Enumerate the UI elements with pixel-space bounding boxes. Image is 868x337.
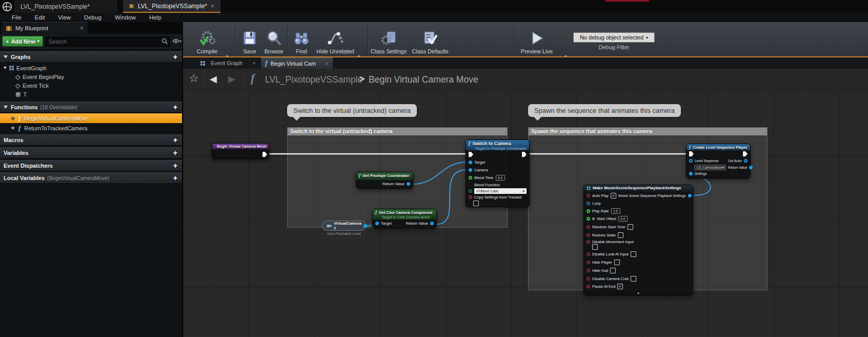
compile-button[interactable]: Compile xyxy=(191,22,223,56)
hide-player-pin[interactable] xyxy=(587,261,590,264)
unreal-logo-icon[interactable] xyxy=(0,0,14,13)
add-new-button[interactable]: + Add New ▾ xyxy=(2,36,43,47)
section-local-variables[interactable]: Local Variables (BeginVirtualCameraMove)… xyxy=(0,172,182,184)
node-make-playback-settings[interactable]: Make MovieSceneSequencePlaybackSettings … xyxy=(583,185,693,295)
visibility-eye-icon[interactable] xyxy=(172,38,179,44)
disable-camera-cuts-pin[interactable] xyxy=(587,277,590,281)
menu-edit[interactable]: Edit xyxy=(28,14,52,21)
my-blueprint-tab[interactable]: My Blueprint × xyxy=(2,22,88,34)
sidebar-item-t[interactable]: ▦ T xyxy=(0,90,182,98)
comment-header[interactable]: Spawn the sequence that animates this ca… xyxy=(529,128,767,135)
settings-pin[interactable] xyxy=(689,172,693,175)
sidebar-item-returntotrackedcamera[interactable]: ★ f ReturnToTrackedCamera xyxy=(0,123,182,133)
start-offset-pin[interactable] xyxy=(587,217,590,221)
random-start-time-checkbox[interactable] xyxy=(628,224,633,230)
breadcrumb-root[interactable]: LVL_PixotopeVSSample xyxy=(265,74,362,85)
add-dispatcher-button[interactable]: + xyxy=(173,163,177,168)
add-macro-button[interactable]: + xyxy=(173,137,177,143)
node-get-cine-camera-component[interactable]: fGet Cine Camera Component Target is Cin… xyxy=(372,209,437,228)
favorite-star-icon[interactable]: ★ xyxy=(10,115,15,122)
close-icon[interactable]: × xyxy=(80,25,84,32)
pause-at-end-pin[interactable] xyxy=(587,285,590,288)
camera-pin[interactable] xyxy=(469,168,472,172)
preview-live-button[interactable]: Preview Live xyxy=(516,22,557,56)
forward-arrow-icon[interactable]: ▶ xyxy=(228,73,235,85)
menu-help[interactable]: Help xyxy=(143,14,168,21)
class-settings-button[interactable]: Class Settings xyxy=(366,22,412,56)
section-event-dispatchers[interactable]: Event Dispatchers + xyxy=(0,160,182,171)
tab-begin-virtual-camera[interactable]: f Begin Virtual Cam × xyxy=(261,57,333,69)
find-button[interactable]: Find xyxy=(289,22,314,56)
random-start-time-pin[interactable] xyxy=(587,225,590,229)
blend-time-pin[interactable] xyxy=(469,176,472,180)
restore-state-checkbox[interactable] xyxy=(618,232,623,238)
node-create-level-sequence-player[interactable]: fCreate Level Sequence Player Level Sequ… xyxy=(686,144,751,179)
restore-state-pin[interactable] xyxy=(587,233,590,237)
target-pin[interactable] xyxy=(375,222,379,225)
section-graphs[interactable]: Graphs + xyxy=(0,51,182,63)
close-icon[interactable]: × xyxy=(326,61,329,67)
section-macros[interactable]: Macros + xyxy=(0,134,182,146)
auto-play-checkbox[interactable]: ✓ xyxy=(611,193,616,199)
hide-player-checkbox[interactable] xyxy=(614,260,620,265)
node-switch-to-camera[interactable]: fSwitch to Camera Target is Pixotope Coo… xyxy=(466,140,530,207)
menu-window[interactable]: Window xyxy=(108,14,143,21)
sidebar-item-event-tick[interactable]: ◇ Event Tick xyxy=(0,81,182,90)
exec-in-pin[interactable] xyxy=(689,151,694,156)
hide-hud-pin[interactable] xyxy=(587,269,590,272)
node-begin-virtual-camera-move[interactable]: Begin Virtual Camera Move xyxy=(212,143,269,159)
add-variable-button[interactable]: + xyxy=(173,150,177,155)
class-defaults-button[interactable]: Class Defaults xyxy=(407,22,453,56)
disable-movement-input-pin[interactable] xyxy=(587,240,590,244)
exec-out-pin[interactable] xyxy=(743,151,748,156)
disable-movement-input-checkbox[interactable] xyxy=(592,244,598,250)
app-tab-level[interactable]: LVL_PixotopeVSSample* xyxy=(14,0,118,13)
add-local-variable-button[interactable]: + xyxy=(173,175,177,181)
sidebar-item-event-beginplay[interactable]: ◇ Event BeginPlay xyxy=(0,72,182,81)
close-icon[interactable]: × xyxy=(211,3,214,10)
exec-out-pin[interactable] xyxy=(263,152,267,157)
level-sequence-dropdown[interactable]: LS_CameraMove▾ xyxy=(694,165,726,170)
return-value-pin[interactable] xyxy=(749,166,753,169)
play-rate-pin[interactable] xyxy=(587,209,590,213)
disable-look-at-input-pin[interactable] xyxy=(587,252,590,256)
chevron-down-icon[interactable]: ▾ xyxy=(179,39,181,44)
add-function-button[interactable]: + xyxy=(173,105,177,110)
blend-time-input[interactable]: 0.0 xyxy=(496,175,505,181)
graph-canvas[interactable]: Switch to the virtual (untracked) camera… xyxy=(183,90,868,337)
node-get-pixotope-coordinator[interactable]: fGet Pixotope Coordinator Return Value xyxy=(356,172,413,189)
add-graph-button[interactable]: + xyxy=(173,54,177,60)
menu-debug[interactable]: Debug xyxy=(77,14,108,21)
browse-button[interactable]: Browse xyxy=(260,22,288,56)
level-sequence-pin[interactable] xyxy=(689,159,693,163)
collapse-arrow-icon[interactable]: ▴ xyxy=(584,290,693,295)
menu-view[interactable]: View xyxy=(51,14,77,21)
hide-hud-checkbox[interactable] xyxy=(610,268,616,273)
return-value-pin[interactable] xyxy=(430,222,434,225)
hide-unrelated-button[interactable]: Hide Unrelated xyxy=(312,22,358,56)
sidebar-item-eventgraph[interactable]: EventGraph xyxy=(0,64,182,72)
debug-object-dropdown[interactable]: No debug object selected ▾ xyxy=(573,32,655,43)
blend-function-pin[interactable] xyxy=(469,189,472,193)
return-value-pin[interactable] xyxy=(407,182,410,186)
pause-at-end-checkbox[interactable]: ✓ xyxy=(617,284,623,289)
favorite-star-icon[interactable]: ★ xyxy=(10,125,15,131)
out-actor-pin[interactable] xyxy=(744,159,748,163)
menu-file[interactable]: File xyxy=(5,14,28,21)
play-rate-input[interactable]: 1.0 xyxy=(611,208,620,214)
search-input[interactable] xyxy=(45,37,170,47)
target-pin[interactable] xyxy=(469,161,472,164)
auto-play-pin[interactable] xyxy=(587,194,590,197)
node-virtualcamera[interactable]: VirtualCamera 1 xyxy=(322,221,366,231)
section-variables[interactable]: Variables + xyxy=(0,147,182,158)
back-arrow-icon[interactable]: ◀ xyxy=(210,73,217,85)
object-out-pin[interactable] xyxy=(364,224,367,228)
playback-settings-out-pin[interactable] xyxy=(688,194,692,197)
section-functions[interactable]: Functions (18 Overridable) + xyxy=(0,102,182,113)
app-tab-blueprint[interactable]: LVL_PixotopeVSSample* × xyxy=(123,0,220,13)
close-icon[interactable]: × xyxy=(253,60,256,66)
blend-function-dropdown[interactable]: VTBlend Cubic▾ xyxy=(474,188,527,194)
comment-header[interactable]: Switch to the virtual (untracked) camera xyxy=(288,128,507,135)
tab-event-graph[interactable]: Event Graph × xyxy=(196,57,260,69)
exec-out-pin[interactable] xyxy=(522,152,527,157)
